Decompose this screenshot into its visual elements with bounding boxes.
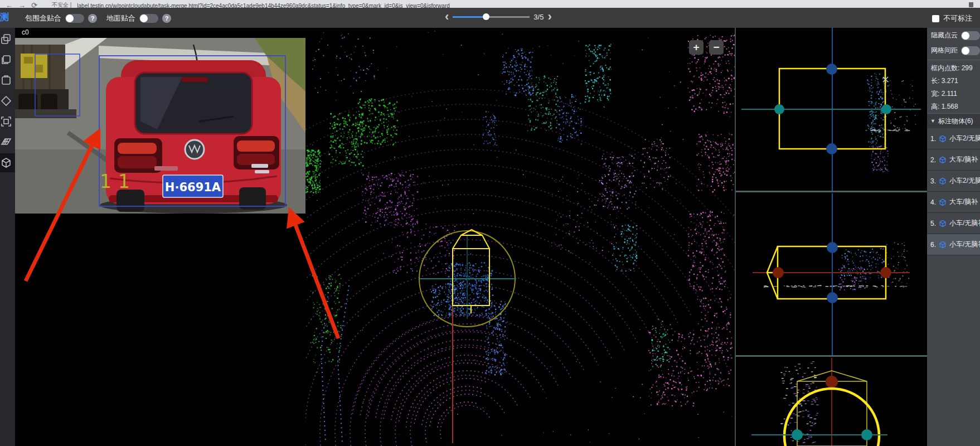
cube-icon [1,157,12,168]
sideview-handle-top[interactable] [827,242,838,253]
license-plate-text: H·6691A [165,181,221,194]
frontview-handle-left[interactable] [792,429,803,440]
security-label[interactable]: 不安全 | [52,1,71,8]
properties-panel: 隐藏点云 网格间距 框内点数: 299 长: 3.271 宽: 2.111 高:… [927,28,980,446]
object-list-item[interactable]: 4. 大车/脑补 [927,192,980,213]
topview-handle-top[interactable] [826,64,837,75]
ortho-annotation-overlay [736,28,928,446]
browser-forward-icon[interactable]: → [18,1,26,8]
object-list-item[interactable]: 2. 大车/脑补 [927,149,980,171]
height-value: 1.568 [942,103,958,110]
points-in-box-value: 299 [962,64,973,72]
ground-fit-label: 地面贴合 [106,13,135,23]
sideview-handle-left[interactable] [773,267,784,278]
bbox-fit-help-icon[interactable]: ? [88,14,97,23]
clipboard-tool-button[interactable] [0,71,15,90]
pointcloud-3d-view[interactable]: + − [305,28,735,446]
cube-icon [939,177,947,185]
object-list-item[interactable]: 1. 小车2/无脑补 [927,128,980,149]
tool-sidebar [0,28,15,446]
camera-photo[interactable]: H·6691A [15,38,305,214]
bbox-fit-label: 包围盒贴合 [25,13,61,23]
height-stat: 高: 1.568 [927,100,980,113]
length-value: 3.271 [942,77,958,85]
bbox-fit-toggle[interactable] [65,14,84,23]
selected-3d-box[interactable] [453,230,489,313]
diamond-icon [1,95,12,106]
grid-gap-toggle[interactable] [961,46,980,55]
detection-tab[interactable]: 检测 [0,12,9,23]
topview-handle-bottom[interactable] [826,143,837,154]
length-stat: 长: 3.271 [927,75,980,88]
topview-handle-left[interactable] [774,104,784,114]
ortho-divider-2 [736,355,928,357]
hide-pointcloud-label: 隐藏点云 [931,31,958,40]
sideview-handle-right[interactable] [880,267,891,278]
browser-reload-icon[interactable]: ⟳ [31,1,37,8]
collapse-caret-icon: ▼ [930,118,935,124]
camera-panel[interactable]: c0 [15,28,305,446]
grid-gap-label: 网格间距 [931,46,958,55]
diamond-tool-button[interactable] [0,91,15,110]
not-annotatable-checkbox[interactable] [932,15,939,22]
object-list-item[interactable]: 6. 小车/无脑补 [927,234,980,255]
next-frame-button[interactable]: › [547,12,551,21]
cube-icon [939,198,947,206]
zoom-in-button[interactable]: + [689,40,704,55]
ortho-divider-1 [736,191,928,192]
cube-icon [939,135,947,143]
crop-tool-button[interactable] [0,112,15,131]
grid-gap-row: 网格间距 [927,43,980,58]
object-list-item[interactable]: 5. 小车/无脑补 [927,213,980,234]
mesh-tool-button[interactable] [0,133,15,152]
topview-handle-right[interactable] [881,104,891,114]
cube-icon [939,156,947,164]
copy-tool-button[interactable] [0,30,15,49]
mesh-icon [1,137,12,148]
browser-address-bar[interactable]: ← → ⟳ 不安全 | label.testin.cn/w/pointcloud… [0,0,980,8]
ground-fit-help-icon[interactable]: ? [162,14,171,23]
frame-indicator: 3/5 [533,13,544,21]
duplicate-tool-button[interactable] [0,50,15,69]
hide-pointcloud-toggle[interactable] [961,31,980,40]
frame-slider-knob[interactable] [483,13,489,20]
cube-icon [939,220,947,227]
url-text[interactable]: label.testin.cn/w/pointcloudabute/task-m… [77,3,450,8]
ground-fit-toggle[interactable] [139,14,158,23]
width-stat: 宽: 2.111 [927,88,980,100]
frame-slider[interactable] [453,12,530,21]
object-list: 1. 小车2/无脑补 2. 大车/脑补 3. 小车2/无脑补 4. 大车/脑补 [927,128,980,255]
duplicate-icon [1,54,12,65]
hide-pointcloud-row: 隐藏点云 [927,28,980,43]
frontview-handle-top[interactable] [826,376,838,388]
browser-back-icon[interactable]: ← [6,1,13,8]
camera-label: c0 [22,28,29,36]
clipboard-icon [1,75,12,86]
object-list-item[interactable]: 3. 小车2/无脑补 [927,171,980,192]
cube-tool-button[interactable] [0,153,15,172]
copy-icon [1,33,12,45]
not-annotatable-group: 不可标注 [932,13,972,23]
frontview-handle-right[interactable] [861,429,872,440]
zoom-out-button[interactable]: − [709,40,724,55]
browser-extension-icon[interactable] [969,2,973,7]
objects-header[interactable]: ▼ 标注物体(6) [927,113,980,128]
prev-frame-button[interactable]: ‹ [445,12,449,21]
annotation-app: ← → ⟳ 不安全 | label.testin.cn/w/pointcloud… [0,0,980,446]
not-annotatable-label: 不可标注 [943,13,972,23]
top-toolbar: 检测 包围盒贴合 ? 地面贴合 ? ‹ 3/5 › 不可标注 [0,8,980,28]
sideview-handle-bottom[interactable] [827,292,838,303]
bbox-fit-group: 包围盒贴合 ? 地面贴合 ? [25,13,171,23]
main-annotation-overlay [305,28,735,446]
ortho-views-column [735,28,928,446]
width-value: 2.111 [942,90,957,98]
frame-nav-group: ‹ 3/5 › [445,12,552,21]
cube-icon [939,241,947,249]
points-in-box-stat: 框内点数: 299 [927,62,980,75]
vehicle-box-id-label: 11 [100,171,137,192]
crop-icon [1,116,12,127]
